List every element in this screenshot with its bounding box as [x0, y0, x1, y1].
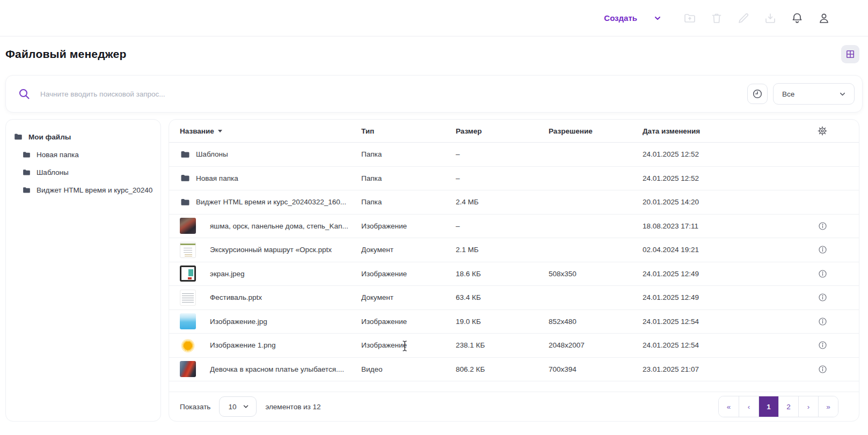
pagination-last[interactable]: » — [818, 396, 838, 417]
file-name: Шаблоны — [196, 150, 228, 158]
column-header-resolution[interactable]: Разрешение — [549, 127, 643, 135]
page-size-select[interactable]: 10 — [219, 396, 257, 417]
file-date: 23.01.2025 21:07 — [643, 365, 806, 373]
sidebar-item-templates[interactable]: Шаблоны — [13, 166, 153, 179]
file-size: 2.1 МБ — [456, 246, 549, 254]
info-button[interactable] — [818, 245, 828, 255]
search-icon — [18, 87, 31, 100]
file-size: – — [456, 150, 549, 158]
table-row[interactable]: Девочка в красном платье улыбается.... В… — [169, 358, 859, 382]
history-clock-icon — [752, 88, 763, 100]
search-input[interactable] — [40, 90, 747, 98]
info-icon — [818, 245, 828, 255]
file-name: Виджет HTML время и курс_20240322_160... — [196, 198, 346, 206]
file-thumbnail — [180, 290, 196, 306]
chevron-down-icon — [242, 403, 250, 410]
search-bar: Все — [5, 75, 863, 113]
file-thumbnail — [180, 361, 196, 377]
table-row[interactable]: Изображение 1.png Изображение 238.1 КБ 2… — [169, 334, 859, 358]
file-date: 02.04.2024 19:21 — [643, 246, 806, 254]
file-name: Фестиваль.pptx — [210, 293, 262, 301]
table-row[interactable]: Фестиваль.pptx Документ 63.4 КБ 24.01.20… — [169, 286, 859, 310]
file-name: Изображение.jpg — [210, 318, 267, 326]
file-name: Экскурсионный маршрут «Орск.pptx — [210, 246, 332, 254]
edit-icon[interactable] — [737, 12, 750, 25]
file-thumbnail — [180, 218, 196, 234]
file-type: Папка — [361, 198, 456, 206]
column-header-size[interactable]: Размер — [456, 127, 549, 135]
column-header-date[interactable]: Дата изменения — [643, 127, 806, 135]
profile-icon[interactable] — [818, 12, 830, 25]
table-row[interactable]: Новая папка Папка – 24.01.2025 12:52 — [169, 167, 859, 191]
sort-caret-icon — [218, 130, 222, 132]
items-count-label: элементов из 12 — [265, 403, 320, 411]
file-type: Папка — [361, 174, 456, 182]
sidebar-item-label: Мои файлы — [28, 133, 71, 141]
file-size: 19.0 КБ — [456, 318, 549, 326]
file-type: Изображение — [361, 318, 456, 326]
sidebar-item-widget-html[interactable]: Виджет HTML время и курс_20240... — [13, 183, 153, 196]
pagination-page-2[interactable]: 2 — [778, 396, 798, 417]
table-row[interactable]: Экскурсионный маршрут «Орск.pptx Докумен… — [169, 238, 859, 262]
grid-view-toggle[interactable] — [841, 45, 859, 63]
file-name: экран.jpeg — [210, 270, 245, 278]
page-size-label: Показать — [180, 403, 210, 411]
info-button[interactable] — [818, 316, 828, 327]
sidebar-item-my-files[interactable]: Мои файлы — [13, 130, 153, 143]
create-button[interactable]: Создать — [604, 13, 662, 23]
folder-icon — [180, 197, 191, 208]
file-name: Новая папка — [196, 174, 238, 182]
search-filter-select[interactable]: Все — [773, 83, 855, 105]
pagination-prev[interactable]: ‹ — [739, 396, 758, 417]
info-button[interactable] — [818, 221, 828, 231]
file-type: Изображение — [361, 222, 456, 230]
file-size: 18.6 КБ — [456, 270, 549, 278]
sidebar-item-new-folder[interactable]: Новая папка — [13, 148, 153, 161]
file-size: 806.2 КБ — [456, 365, 549, 373]
download-icon[interactable] — [764, 12, 777, 25]
info-button[interactable] — [818, 292, 828, 303]
table-footer: Показать 10 элементов из 12 « ‹ 1 2 › » — [169, 392, 859, 421]
file-date: 24.01.2025 12:49 — [643, 270, 806, 278]
file-thumbnail — [180, 337, 196, 353]
folder-icon — [180, 149, 191, 160]
file-resolution: 2048x2007 — [549, 341, 643, 349]
file-size: – — [456, 222, 549, 230]
topbar: Создать — [0, 0, 868, 36]
info-icon — [818, 269, 828, 279]
file-type: Документ — [361, 246, 456, 254]
file-date: 24.01.2025 12:49 — [643, 293, 806, 301]
table-row[interactable]: экран.jpeg Изображение 18.6 КБ 508x350 2… — [169, 262, 859, 286]
table-row[interactable]: Шаблоны Папка – 24.01.2025 12:52 — [169, 143, 859, 167]
column-header-name[interactable]: Название — [180, 127, 361, 135]
folder-icon — [22, 186, 31, 195]
pagination-page-1[interactable]: 1 — [758, 396, 778, 417]
sidebar-item-label: Шаблоны — [37, 168, 69, 176]
table-row[interactable]: Изображение.jpg Изображение 19.0 КБ 852x… — [169, 310, 859, 334]
notifications-icon[interactable] — [791, 12, 804, 25]
folder-icon — [13, 132, 23, 142]
table-settings-button[interactable] — [817, 126, 828, 136]
folder-icon — [22, 168, 31, 177]
trash-icon[interactable] — [710, 12, 723, 25]
info-button[interactable] — [818, 364, 828, 374]
page-title: Файловый менеджер — [5, 48, 126, 61]
pagination-next[interactable]: › — [798, 396, 818, 417]
file-resolution: 700x394 — [549, 365, 643, 373]
file-type: Изображение — [361, 341, 456, 349]
pagination-first[interactable]: « — [719, 396, 739, 417]
table-row[interactable]: яшма, орск, панельне дома, степь_Kan... … — [169, 215, 859, 239]
info-button[interactable] — [818, 269, 828, 279]
file-date: 18.08.2023 17:11 — [643, 222, 806, 230]
table-row[interactable]: Виджет HTML время и курс_20240322_160...… — [169, 190, 859, 215]
file-date: 24.01.2025 12:54 — [643, 318, 806, 326]
info-icon — [818, 316, 828, 327]
search-history-button[interactable] — [747, 84, 768, 104]
info-button[interactable] — [818, 340, 828, 350]
table-header: Название Тип Размер Разрешение Дата изме… — [169, 120, 859, 143]
file-resolution: 508x350 — [549, 270, 643, 278]
file-type: Изображение — [361, 270, 456, 278]
column-header-type[interactable]: Тип — [361, 127, 456, 135]
info-icon — [818, 364, 828, 374]
add-folder-icon[interactable] — [683, 12, 696, 25]
